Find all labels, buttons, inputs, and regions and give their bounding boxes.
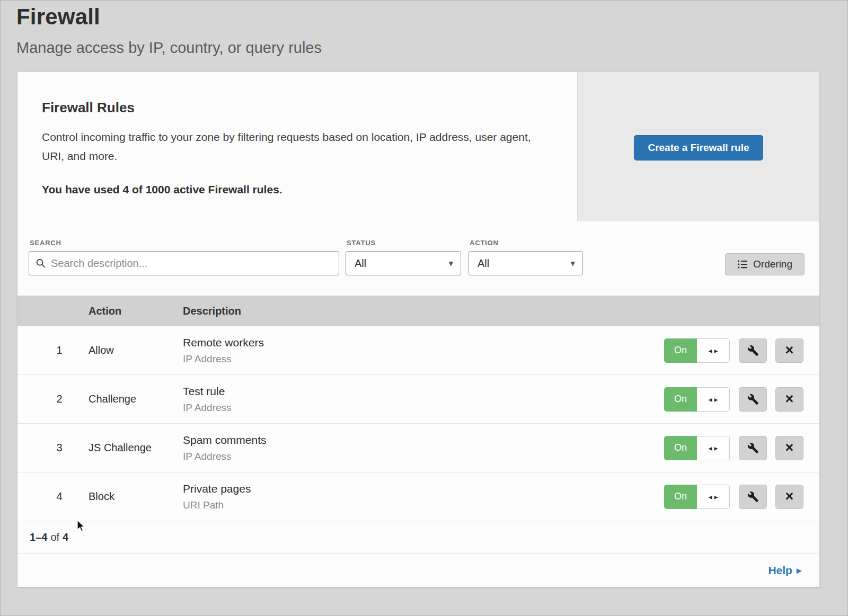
edit-rule-button[interactable] bbox=[739, 338, 767, 363]
rule-description-cell: Remote workers IP Address bbox=[183, 336, 664, 365]
rule-description-cell: Test rule IP Address bbox=[183, 385, 664, 414]
action-group: ACTION All ▾ bbox=[469, 239, 583, 275]
rule-enabled-toggle[interactable]: On ◂ ▸ bbox=[664, 436, 730, 460]
pagination: 1–4 of 4 bbox=[17, 521, 819, 553]
status-select[interactable]: All ▾ bbox=[346, 251, 461, 275]
rule-controls: On ◂ ▸ × bbox=[664, 338, 819, 363]
close-icon: × bbox=[785, 343, 794, 358]
toggle-on-label[interactable]: On bbox=[664, 436, 697, 460]
chevron-down-icon: ▾ bbox=[448, 258, 453, 269]
help-link[interactable]: Help ▸ bbox=[768, 564, 801, 577]
rule-controls: On ◂ ▸ × bbox=[664, 485, 819, 509]
arrow-right-icon: ▸ bbox=[714, 346, 718, 355]
rule-enabled-toggle[interactable]: On ◂ ▸ bbox=[664, 387, 730, 412]
toggle-on-label[interactable]: On bbox=[664, 338, 697, 363]
close-icon: × bbox=[785, 441, 794, 455]
ordering-button[interactable]: Ordering bbox=[725, 253, 805, 275]
help-row: Help ▸ bbox=[17, 553, 819, 587]
table-row: 2 Challenge Test rule IP Address On ◂ ▸ … bbox=[17, 375, 819, 424]
action-column-header: Action bbox=[89, 305, 183, 317]
rule-match-type: IP Address bbox=[183, 353, 664, 365]
card-top: Firewall Rules Control incoming traffic … bbox=[17, 72, 819, 221]
section-description: Control incoming traffic to your zone by… bbox=[42, 128, 543, 165]
description-column-header: Description bbox=[183, 305, 819, 317]
rule-enabled-toggle[interactable]: On ◂ ▸ bbox=[664, 485, 730, 509]
pagination-range: 1–4 bbox=[30, 531, 47, 543]
table-header: Action Description bbox=[17, 296, 819, 326]
search-input[interactable] bbox=[51, 257, 332, 270]
help-label: Help bbox=[768, 564, 792, 577]
rule-match-type: IP Address bbox=[183, 451, 664, 462]
toggle-drag-handle[interactable]: ◂ ▸ bbox=[697, 436, 730, 460]
wrench-icon bbox=[747, 345, 759, 356]
filters-bar: SEARCH STATUS All ▾ ACTION All ▾ bbox=[17, 221, 819, 296]
search-box[interactable] bbox=[29, 251, 339, 275]
arrow-left-icon: ◂ bbox=[708, 493, 712, 501]
delete-rule-button[interactable]: × bbox=[775, 387, 803, 412]
rule-action: Block bbox=[89, 490, 183, 503]
table-row: 1 Allow Remote workers IP Address On ◂ ▸… bbox=[17, 326, 819, 375]
status-label: STATUS bbox=[347, 239, 461, 247]
delete-rule-button[interactable]: × bbox=[775, 436, 803, 460]
arrow-right-icon: ▸ bbox=[714, 444, 718, 452]
rule-description: Remote workers bbox=[183, 336, 664, 349]
arrow-right-icon: ▸ bbox=[714, 395, 718, 404]
rule-priority: 3 bbox=[17, 442, 89, 454]
card-intro: Firewall Rules Control incoming traffic … bbox=[17, 72, 577, 221]
ordering-list-icon bbox=[737, 259, 748, 270]
search-label: SEARCH bbox=[30, 239, 339, 247]
toggle-drag-handle[interactable]: ◂ ▸ bbox=[697, 387, 730, 412]
wrench-icon bbox=[747, 491, 759, 503]
rule-controls: On ◂ ▸ × bbox=[664, 436, 819, 460]
rule-priority: 1 bbox=[17, 344, 89, 356]
table-row: 3 JS Challenge Spam comments IP Address … bbox=[17, 424, 819, 472]
rule-action: JS Challenge bbox=[89, 442, 183, 454]
chevron-down-icon: ▾ bbox=[570, 258, 575, 269]
toggle-on-label[interactable]: On bbox=[664, 387, 697, 412]
arrow-left-icon: ◂ bbox=[708, 444, 712, 452]
rule-priority: 4 bbox=[17, 490, 89, 503]
delete-rule-button[interactable]: × bbox=[775, 338, 803, 363]
rule-action: Allow bbox=[89, 344, 183, 356]
rule-controls: On ◂ ▸ × bbox=[664, 387, 819, 412]
rule-priority: 2 bbox=[17, 393, 89, 405]
arrow-left-icon: ◂ bbox=[708, 346, 712, 355]
table-row: 4 Block Private pages URI Path On ◂ ▸ × bbox=[17, 472, 819, 521]
firewall-rules-card: Firewall Rules Control incoming traffic … bbox=[17, 72, 819, 587]
search-group: SEARCH bbox=[29, 239, 339, 275]
rule-description-cell: Private pages URI Path bbox=[183, 483, 664, 511]
arrow-left-icon: ◂ bbox=[708, 395, 712, 404]
edit-rule-button[interactable] bbox=[739, 387, 767, 412]
edit-rule-button[interactable] bbox=[739, 436, 767, 460]
pagination-separator: of bbox=[50, 531, 59, 543]
wrench-icon bbox=[747, 442, 759, 454]
close-icon: × bbox=[785, 392, 794, 406]
rule-enabled-toggle[interactable]: On ◂ ▸ bbox=[664, 338, 730, 363]
close-icon: × bbox=[785, 489, 794, 504]
ordering-label: Ordering bbox=[753, 258, 792, 270]
pagination-total: 4 bbox=[63, 531, 68, 543]
rule-action: Challenge bbox=[89, 393, 183, 405]
status-group: STATUS All ▾ bbox=[346, 239, 461, 275]
toggle-drag-handle[interactable]: ◂ ▸ bbox=[697, 485, 730, 509]
action-value: All bbox=[478, 257, 489, 270]
usage-summary: You have used 4 of 1000 active Firewall … bbox=[42, 183, 545, 196]
help-arrow-icon: ▸ bbox=[797, 565, 801, 576]
edit-rule-button[interactable] bbox=[739, 485, 767, 509]
rule-description: Spam comments bbox=[183, 434, 664, 447]
action-label: ACTION bbox=[470, 239, 583, 247]
toggle-on-label[interactable]: On bbox=[664, 485, 697, 509]
search-icon bbox=[36, 258, 46, 269]
status-value: All bbox=[355, 257, 366, 270]
rule-description-cell: Spam comments IP Address bbox=[183, 434, 664, 462]
wrench-icon bbox=[747, 394, 759, 405]
page-title: Firewall bbox=[16, 4, 848, 30]
section-heading: Firewall Rules bbox=[42, 100, 545, 116]
page-subtitle: Manage access by IP, country, or query r… bbox=[16, 39, 848, 57]
rule-description: Private pages bbox=[183, 483, 664, 495]
create-firewall-rule-button[interactable]: Create a Firewall rule bbox=[634, 135, 763, 160]
action-select[interactable]: All ▾ bbox=[469, 251, 583, 275]
delete-rule-button[interactable]: × bbox=[775, 485, 803, 509]
toggle-drag-handle[interactable]: ◂ ▸ bbox=[697, 338, 730, 363]
arrow-right-icon: ▸ bbox=[714, 493, 718, 501]
